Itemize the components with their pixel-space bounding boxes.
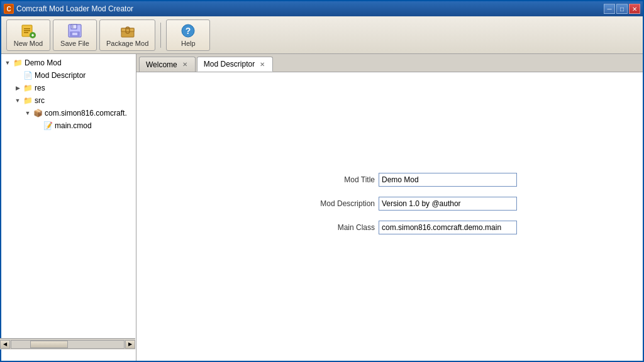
scroll-right-button[interactable]: ▶ <box>125 340 135 349</box>
package-mod-icon <box>120 23 135 38</box>
tab-welcome-close[interactable]: ✕ <box>181 61 189 69</box>
tab-mod-descriptor-close[interactable]: ✕ <box>258 60 266 68</box>
package-mod-label: Package Mod <box>106 40 148 47</box>
new-mod-label: New Mod <box>14 40 43 47</box>
res-label: res <box>35 84 45 92</box>
window-title: Comcraft Mod Loader Mod Creator <box>16 4 133 13</box>
mod-title-row: Mod Title <box>312 173 517 187</box>
mod-descriptor-form: Mod Title Mod Description Main Class <box>136 72 643 234</box>
tab-mod-descriptor[interactable]: Mod Descriptor ✕ <box>197 57 273 72</box>
window-controls: ─ □ ✕ <box>604 4 640 14</box>
svg-rect-13 <box>72 33 77 35</box>
mod-description-row: Mod Description <box>312 197 517 211</box>
main-class-row: Main Class <box>312 221 517 234</box>
tree-item-package[interactable]: ▼ 📦 com.simon816.comcraft. <box>1 107 136 119</box>
minimize-button[interactable]: ─ <box>604 4 615 14</box>
tab-welcome[interactable]: Welcome ✕ <box>139 57 196 72</box>
tab-mod-descriptor-label: Mod Descriptor <box>204 60 255 69</box>
main-area: ▼ 📁 Demo Mod 📄 Mod Descriptor ▶ 📁 res <box>1 54 643 361</box>
main-window: C Comcraft Mod Loader Mod Creator ─ □ ✕ <box>0 0 644 362</box>
file-tree: ▼ 📁 Demo Mod 📄 Mod Descriptor ▶ 📁 res <box>1 54 136 134</box>
new-mod-button[interactable]: New Mod <box>6 19 50 51</box>
package-mod-button[interactable]: Package Mod <box>99 19 155 51</box>
file-icon-main-cmod: 📝 <box>43 121 53 131</box>
tab-welcome-label: Welcome <box>146 60 177 69</box>
expander-main-cmod <box>34 122 42 129</box>
main-class-input[interactable] <box>379 221 517 234</box>
tabs-bar: Welcome ✕ Mod Descriptor ✕ <box>136 54 643 72</box>
folder-icon-res: 📁 <box>23 83 33 93</box>
file-icon-mod-descriptor: 📄 <box>23 70 33 80</box>
src-label: src <box>35 96 45 105</box>
tree-item-src[interactable]: ▼ 📁 src <box>1 94 136 107</box>
package-label: com.simon816.comcraft. <box>45 109 127 118</box>
folder-icon-src: 📁 <box>23 96 33 106</box>
content-area: Welcome ✕ Mod Descriptor ✕ Mod Title <box>136 54 643 361</box>
svg-rect-11 <box>72 25 74 28</box>
svg-rect-4 <box>24 30 30 31</box>
svg-text:C: C <box>6 6 11 13</box>
package-icon: 📦 <box>33 108 43 118</box>
expand-src[interactable]: ▼ <box>14 97 21 104</box>
save-file-label: Save File <box>60 40 89 47</box>
title-bar: C Comcraft Mod Loader Mod Creator ─ □ ✕ <box>1 1 643 16</box>
mod-title-label: Mod Title <box>312 175 375 184</box>
svg-rect-5 <box>24 32 28 33</box>
help-button[interactable]: ? Help <box>166 19 210 51</box>
mod-descriptor-label: Mod Descriptor <box>35 71 86 80</box>
mod-title-input[interactable] <box>379 173 517 187</box>
save-file-icon <box>67 23 82 38</box>
svg-rect-8 <box>32 34 33 36</box>
title-bar-left: C Comcraft Mod Loader Mod Creator <box>4 4 133 14</box>
demo-mod-label: Demo Mod <box>25 58 62 67</box>
help-icon: ? <box>180 23 196 38</box>
expand-res[interactable]: ▶ <box>14 84 21 92</box>
expander-mod-descriptor <box>14 72 21 79</box>
tab-content: Mod Title Mod Description Main Class <box>136 72 643 361</box>
restore-button[interactable]: □ <box>616 4 628 14</box>
tree-item-mod-descriptor[interactable]: 📄 Mod Descriptor <box>1 69 136 82</box>
sidebar-scrollbar: ◀ ▶ <box>1 338 135 349</box>
scroll-left-button[interactable]: ◀ <box>1 340 10 349</box>
save-file-button[interactable]: Save File <box>53 19 97 51</box>
main-class-label: Main Class <box>312 223 375 232</box>
svg-rect-3 <box>24 28 30 30</box>
help-label: Help <box>181 40 196 47</box>
toolbar: New Mod Save File <box>1 16 643 54</box>
expand-demo-mod[interactable]: ▼ <box>4 59 11 67</box>
toolbar-separator <box>160 23 161 48</box>
close-button[interactable]: ✕ <box>629 4 640 14</box>
svg-rect-17 <box>126 28 129 30</box>
mod-description-input[interactable] <box>379 197 517 211</box>
mod-description-label: Mod Description <box>312 199 375 208</box>
folder-icon-demo-mod: 📁 <box>13 58 23 68</box>
expand-package[interactable]: ▼ <box>24 109 31 117</box>
svg-text:?: ? <box>186 26 191 36</box>
app-icon: C <box>4 4 14 14</box>
sidebar: ▼ 📁 Demo Mod 📄 Mod Descriptor ▶ 📁 res <box>1 54 136 361</box>
main-cmod-label: main.cmod <box>55 121 92 130</box>
tree-item-main-cmod[interactable]: 📝 main.cmod <box>1 119 136 132</box>
tree-item-demo-mod[interactable]: ▼ 📁 Demo Mod <box>1 57 136 69</box>
svg-rect-10 <box>71 25 77 29</box>
new-mod-icon <box>21 23 36 38</box>
tree-item-res[interactable]: ▶ 📁 res <box>1 82 136 94</box>
scrollbar-thumb[interactable] <box>30 341 68 348</box>
scrollbar-track <box>11 340 125 349</box>
